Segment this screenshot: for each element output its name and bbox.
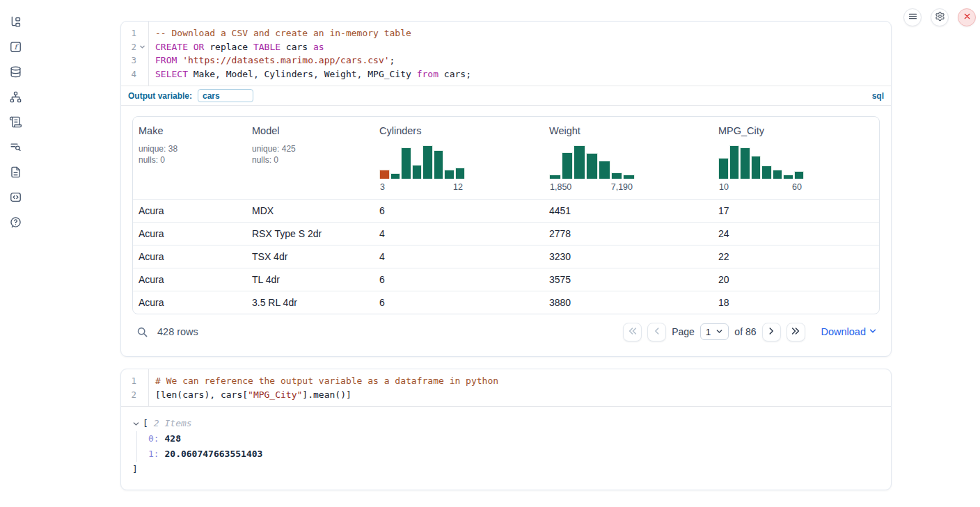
sidebar-item-variables[interactable]: f	[6, 39, 24, 57]
shutdown-button[interactable]	[958, 8, 976, 26]
histogram-bar	[623, 175, 635, 179]
menu-button[interactable]	[903, 8, 922, 26]
histogram-range-labels: 1,8507,190	[549, 182, 635, 192]
histogram-min-label: 3	[380, 182, 385, 192]
histogram-max-label: 12	[453, 182, 463, 192]
tree-entry-key: 1:	[148, 449, 159, 459]
output-variable-input[interactable]	[198, 89, 253, 102]
first-page-button[interactable]	[623, 323, 642, 341]
table-cell: 17	[713, 205, 879, 216]
code-token: replace	[204, 42, 253, 52]
download-button[interactable]: Download	[821, 326, 878, 337]
column-header-make[interactable]: Makeunique: 38nulls: 0	[133, 125, 246, 192]
histogram-bar	[783, 175, 793, 179]
python-code-editor[interactable]: 12# We can reference the output variable…	[121, 369, 891, 406]
code-token: OR	[193, 42, 205, 52]
code-token: FROM	[155, 55, 177, 65]
histogram-bar	[574, 145, 585, 179]
histogram-bar	[751, 156, 761, 179]
table-cell: 18	[713, 297, 879, 308]
line-number-gutter: 12	[121, 369, 149, 406]
last-page-button[interactable]	[787, 323, 805, 341]
column-name: Cylinders	[379, 125, 538, 136]
column-name: Make	[139, 125, 241, 136]
dependency-graph-icon	[9, 90, 22, 106]
column-header-weight[interactable]: Weight1,8507,190	[544, 125, 713, 192]
settings-button[interactable]	[931, 8, 949, 26]
page-label: Page	[672, 326, 695, 337]
table-row[interactable]: AcuraTSX 4dr4323022	[133, 245, 879, 268]
sql-code-editor[interactable]: 1234-- Download a CSV and create an in-m…	[121, 22, 891, 86]
table-row[interactable]: AcuraTL 4dr6357520	[133, 268, 879, 291]
tree-entry: 0: 428	[148, 431, 880, 446]
logs-icon	[9, 140, 22, 156]
menu-icon	[908, 11, 918, 24]
language-badge: sql	[872, 91, 884, 101]
table-cell: TL 4dr	[246, 274, 374, 285]
prev-page-button[interactable]	[647, 323, 666, 341]
python-output-tree: [ 2 Items 0: 4281: 20.060747663551403 ]	[121, 407, 891, 490]
chevron-down-icon	[869, 326, 877, 337]
close-bracket: ]	[132, 462, 880, 477]
table-row[interactable]: Acura3.5 RL 4dr6388018	[133, 291, 879, 314]
collapse-chevron-icon[interactable]	[132, 420, 143, 428]
table-row[interactable]: AcuraMDX6445117	[133, 199, 879, 222]
scratchpad-icon	[9, 115, 22, 131]
table-cell: 6	[374, 274, 544, 285]
sidebar-item-logs[interactable]	[6, 139, 24, 157]
histogram-bar	[794, 171, 805, 179]
chevrons-left-icon	[628, 326, 638, 338]
topbar	[903, 8, 976, 26]
sidebar-item-data-sources[interactable]	[6, 64, 24, 82]
sidebar-item-help[interactable]	[6, 214, 24, 232]
fold-chevron-icon[interactable]	[136, 40, 148, 54]
column-header-model[interactable]: Modelunique: 425nulls: 0	[246, 125, 374, 192]
table-cell: 3.5 RL 4dr	[246, 297, 374, 308]
row-count: 428 rows	[157, 326, 198, 337]
page-select-value: 1	[706, 327, 711, 337]
sidebar-item-documentation[interactable]	[6, 164, 24, 182]
table-row[interactable]: AcuraRSX Type S 2dr4277824	[133, 222, 879, 245]
line-number: 2	[121, 388, 136, 402]
code-token	[188, 42, 193, 52]
sql-output-area: Makeunique: 38nulls: 0Modelunique: 425nu…	[121, 106, 891, 356]
code-line: SELECT Make, Model, Cylinders, Weight, M…	[155, 67, 891, 81]
table-cell: 4	[374, 228, 544, 239]
sidebar-item-dependency-graph[interactable]	[6, 89, 24, 107]
sidebar-item-file-explorer[interactable]	[6, 14, 24, 32]
search-icon[interactable]	[136, 326, 148, 338]
table-footer: 428 rows Page 1 of 86	[132, 319, 880, 345]
histogram-bar	[562, 152, 574, 179]
data-sources-icon	[9, 65, 22, 81]
histogram-bar	[390, 173, 401, 179]
fold-spacer	[136, 26, 148, 40]
histogram-bar	[412, 165, 422, 179]
code-line: CREATE OR replace TABLE cars as	[155, 40, 891, 54]
histogram-min-label: 1,850	[550, 182, 571, 192]
table-cell: Acura	[133, 228, 246, 239]
chevron-right-icon	[766, 326, 776, 338]
code-token: # We can reference the output variable a…	[155, 376, 498, 386]
column-header-cylinders[interactable]: Cylinders312	[374, 125, 544, 192]
code-token: Make, Model, Cylinders, Weight, MPG_City	[188, 69, 417, 79]
table-cell: 3575	[544, 274, 713, 285]
column-stat: nulls: 0	[252, 154, 368, 166]
code-token: SELECT	[155, 69, 188, 79]
histogram-bar	[455, 168, 466, 179]
column-stat: unique: 38	[139, 143, 241, 154]
sidebar-item-snippets[interactable]	[6, 189, 24, 207]
code-token: from	[417, 69, 438, 79]
column-stats: unique: 38nulls: 0	[139, 143, 241, 166]
code-line: # We can reference the output variable a…	[155, 374, 891, 388]
column-histogram	[718, 145, 804, 179]
table-cell: 3230	[544, 251, 713, 262]
sidebar-item-scratchpad[interactable]	[6, 114, 24, 132]
table-cell: 24	[713, 228, 879, 239]
variables-icon: f	[9, 40, 22, 56]
help-icon	[9, 216, 22, 231]
chevron-down-icon	[716, 327, 723, 337]
next-page-button[interactable]	[762, 323, 781, 341]
chevrons-right-icon	[791, 326, 800, 338]
page-select[interactable]: 1	[700, 323, 729, 340]
column-header-mpg_city[interactable]: MPG_City1060	[713, 125, 879, 192]
